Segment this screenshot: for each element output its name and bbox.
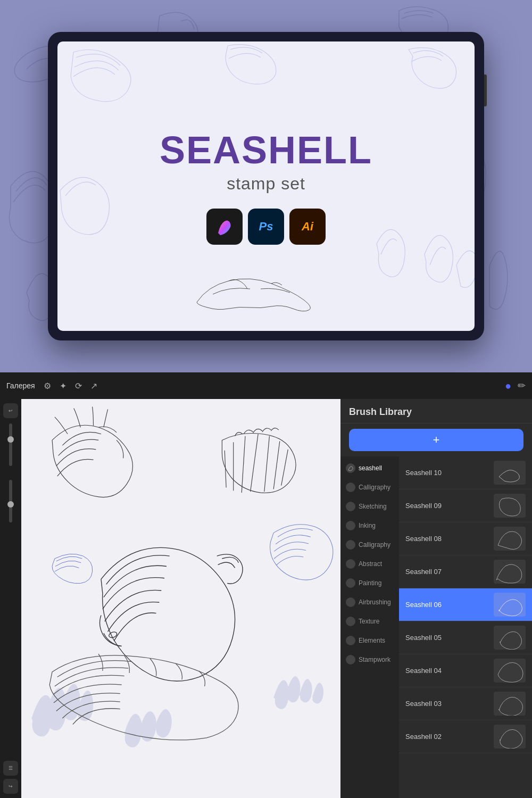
- brush-cat-dot-8: [346, 597, 355, 607]
- canvas-drawing-area[interactable]: [21, 399, 340, 798]
- brush-cat-dot-9: [346, 617, 355, 626]
- brush-cat-label: seashell: [359, 464, 382, 472]
- brush-name-07: Seashell 07: [405, 568, 488, 576]
- brush-category-list: seashell Calligraphy Sketching Inking: [340, 456, 399, 798]
- toolbar: Галерея ⚙ ✦ ⟳ ↗ ● ✏: [0, 372, 532, 399]
- brush-cat-seashell[interactable]: seashell: [340, 459, 399, 478]
- brush-cat-painting[interactable]: Painting: [340, 573, 399, 593]
- brush-cat-label-9: Texture: [359, 618, 379, 625]
- brush-preview-10: [494, 461, 526, 485]
- app-icons-row: Ps Ai: [206, 209, 326, 245]
- brush-cat-label-8: Airbrushing: [359, 598, 391, 606]
- brush-name-08: Seashell 08: [405, 535, 488, 543]
- brush-cat-label-6: Abstract: [359, 560, 382, 568]
- brush-item-seashell03[interactable]: Seashell 03: [399, 687, 532, 720]
- brush-size-slider[interactable]: [9, 423, 12, 466]
- brush-preview-08: [494, 527, 526, 551]
- selection-icon[interactable]: ⟳: [75, 381, 82, 391]
- brush-cat-dot-11: [346, 655, 355, 664]
- brush-item-seashell04[interactable]: Seashell 04: [399, 654, 532, 687]
- tool-redo[interactable]: ↪: [3, 779, 18, 794]
- screen-title: SEASHELL: [160, 128, 372, 172]
- transform-icon[interactable]: ✦: [60, 381, 66, 391]
- brush-name-09: Seashell 09: [405, 502, 488, 510]
- brush-cat-label-10: Elements: [359, 637, 385, 644]
- brush-name-03: Seashell 03: [405, 700, 488, 708]
- brush-cat-dot-2: [346, 483, 355, 492]
- brush-cat-abstract[interactable]: Abstract: [340, 554, 399, 573]
- brush-name-10: Seashell 10: [405, 469, 488, 477]
- brush-cat-sketching[interactable]: Sketching: [340, 497, 399, 516]
- brush-item-seashell06[interactable]: Seashell 06: [399, 588, 532, 621]
- brush-item-seashell09[interactable]: Seashell 09: [399, 489, 532, 522]
- brush-cat-stampwork[interactable]: Stampwork: [340, 650, 399, 669]
- screen-shell-decoration: [186, 270, 346, 315]
- screen-subtitle: stamp set: [227, 174, 305, 194]
- brush-cat-label-5: Calligraphy: [359, 541, 390, 548]
- brush-cat-calligraphy2[interactable]: Calligraphy: [340, 535, 399, 554]
- app-icon-photoshop: Ps: [248, 209, 284, 245]
- brush-cat-label-7: Painting: [359, 579, 381, 587]
- brush-cat-label-4: Inking: [359, 522, 376, 529]
- tablet-screen: SEASHELL stamp set: [57, 41, 475, 331]
- brush-item-seashell08[interactable]: Seashell 08: [399, 522, 532, 555]
- brush-cat-dot-4: [346, 521, 355, 530]
- brush-cat-calligraphy[interactable]: Calligraphy: [340, 478, 399, 497]
- bottom-section: Галерея ⚙ ✦ ⟳ ↗ ● ✏ ↩ ☰ ↪: [0, 372, 532, 798]
- brush-library-title: Brush Library: [340, 399, 532, 423]
- brush-name-04: Seashell 04: [405, 667, 488, 675]
- share-icon[interactable]: ↗: [90, 381, 97, 391]
- brush-preview-03: [494, 692, 526, 716]
- brush-items-list: Seashell 10 Seashell 09 Se: [399, 456, 532, 798]
- brush-preview-07: [494, 560, 526, 584]
- brush-cat-dot-3: [346, 502, 355, 511]
- brush-library-panel: Brush Library + seashell Calligraphy: [340, 399, 532, 798]
- left-tools-panel: ↩ ☰ ↪: [0, 399, 21, 798]
- brush-name-06: Seashell 06: [405, 601, 488, 609]
- app-icon-illustrator: Ai: [289, 209, 326, 245]
- brush-preview-09: [494, 494, 526, 518]
- add-brush-button[interactable]: +: [349, 429, 523, 451]
- brush-cat-dot-10: [346, 636, 355, 645]
- brush-cat-texture[interactable]: Texture: [340, 612, 399, 631]
- toolbar-right: ● ✏: [505, 380, 526, 392]
- brush-cat-dot-5: [346, 540, 355, 550]
- brush-cat-inking[interactable]: Inking: [340, 516, 399, 535]
- brush-cat-label-3: Sketching: [359, 503, 387, 510]
- top-section: SEASHELL stamp set: [0, 0, 532, 372]
- brush-item-seashell07[interactable]: Seashell 07: [399, 555, 532, 588]
- brush-preview-04: [494, 659, 526, 683]
- brush-name-02: Seashell 02: [405, 733, 488, 741]
- brush-preview-06: [494, 593, 526, 617]
- brush-item-seashell05[interactable]: Seashell 05: [399, 621, 532, 654]
- settings-icon[interactable]: ⚙: [44, 381, 51, 391]
- pencil-icon[interactable]: ✏: [518, 380, 526, 392]
- brush-item-seashell10[interactable]: Seashell 10: [399, 456, 532, 489]
- brush-cat-label-11: Stampwork: [359, 656, 390, 663]
- brush-cat-label-2: Calligraphy: [359, 484, 390, 491]
- brush-cat-dot: [346, 463, 355, 473]
- canvas-area: ↩ ☰ ↪: [0, 399, 532, 798]
- brush-cat-airbrushing[interactable]: Airbrushing: [340, 593, 399, 612]
- brush-name-05: Seashell 05: [405, 634, 488, 642]
- brush-preview-02: [494, 725, 526, 749]
- brush-cat-elements[interactable]: Elements: [340, 631, 399, 650]
- brush-panel-inner: seashell Calligraphy Sketching Inking: [340, 456, 532, 798]
- app-icon-procreate: [206, 209, 243, 245]
- tool-layers[interactable]: ☰: [3, 761, 18, 776]
- brush-color-icon[interactable]: ●: [505, 380, 511, 392]
- brush-preview-05: [494, 626, 526, 650]
- tablet-device: SEASHELL stamp set: [48, 32, 484, 340]
- brush-cat-dot-7: [346, 578, 355, 588]
- tool-undo[interactable]: ↩: [3, 403, 18, 418]
- opacity-slider[interactable]: [9, 480, 12, 522]
- brush-cat-dot-6: [346, 559, 355, 569]
- gallery-button[interactable]: Галерея: [6, 381, 35, 390]
- brush-item-seashell02[interactable]: Seashell 02: [399, 720, 532, 753]
